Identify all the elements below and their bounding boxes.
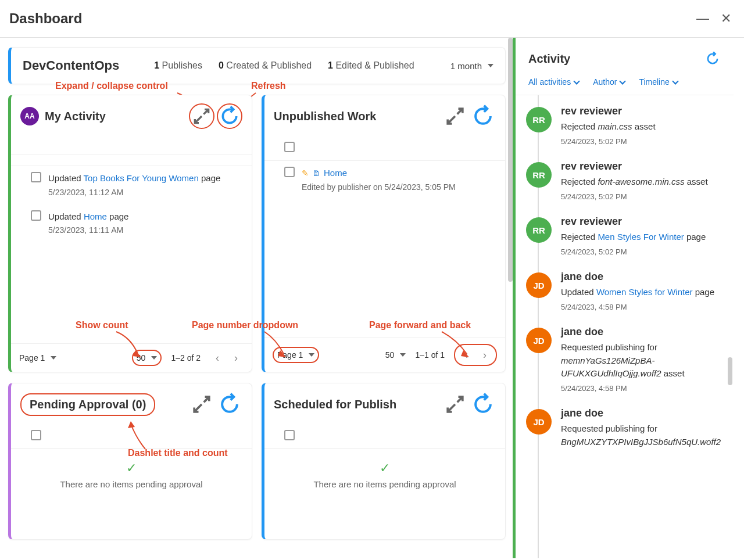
feed-item: JDjane doeRequested publishing for BngMU… [526, 397, 723, 452]
site-name: DevContentOps [23, 58, 119, 73]
right-scrollbar[interactable] [728, 357, 732, 385]
feed-item: JDjane doeRequested publishing for memnY… [526, 316, 723, 397]
chevron-down-icon [400, 353, 406, 357]
checkbox[interactable] [284, 167, 295, 177]
checkbox[interactable] [31, 172, 41, 182]
refresh-button[interactable] [217, 392, 242, 417]
activity-panel-title: Activity [528, 52, 570, 66]
check-icon: ✓ [264, 461, 505, 476]
page-dropdown[interactable]: Page 1 [19, 353, 56, 362]
refresh-button[interactable] [470, 392, 496, 417]
expand-icon [442, 392, 468, 417]
feed-user-name: rev reviewer [561, 103, 723, 119]
range-text: 1–2 of 2 [171, 353, 201, 362]
feed-item: JDjane doeUpdated Women Styles for Winte… [526, 261, 723, 316]
filter-author[interactable]: Author [593, 77, 625, 87]
empty-message: There are no items pending approval [11, 479, 252, 489]
activity-item[interactable]: Updated Top Books For Young Women page 5… [11, 166, 252, 204]
item-link[interactable]: Home [324, 167, 347, 180]
feed-user-name: jane doe [561, 269, 723, 285]
dashlet-pending: Pending Approval (0) ✓ The [8, 383, 252, 540]
refresh-icon [470, 392, 496, 417]
minimize-button[interactable]: — [696, 11, 709, 26]
feed-text: Rejected font-awesome.min.css asset [561, 175, 723, 189]
per-page-dropdown[interactable]: 50 [385, 350, 406, 360]
next-page-button[interactable]: › [228, 350, 244, 365]
avatar: RR [526, 162, 552, 188]
filter-all-activities[interactable]: All activities [528, 77, 579, 87]
select-all-checkbox[interactable] [284, 142, 295, 152]
chevron-down-icon [672, 78, 678, 84]
prev-page-button[interactable]: ‹ [459, 347, 474, 362]
item-link[interactable]: Home [84, 211, 107, 221]
feed-text: Requested publishing for memnYaGs126MiZp… [561, 341, 723, 380]
feed-user-name: jane doe [561, 324, 723, 340]
stats-range-dropdown[interactable]: 1 month [450, 61, 493, 71]
chevron-down-icon [488, 64, 493, 67]
per-page-dropdown[interactable]: 50 [132, 350, 162, 366]
feed-timestamp: 5/24/2023, 4:58 PM [561, 301, 723, 313]
chevron-down-icon [620, 78, 626, 84]
expand-icon [189, 392, 214, 417]
feed-link[interactable]: Men Styles For Winter [598, 232, 684, 242]
feed-user-name: rev reviewer [561, 159, 723, 174]
checkbox[interactable] [31, 210, 41, 221]
expand-button[interactable] [442, 392, 468, 417]
chevron-down-icon [573, 78, 580, 84]
feed-link[interactable]: Women Styles for Winter [596, 287, 693, 297]
site-stats-bar: DevContentOps 1 Publishes 0 Created & Pu… [8, 47, 506, 84]
page-title: Dashboard [9, 10, 82, 27]
refresh-icon [470, 103, 496, 129]
window-header: Dashboard — ✕ [0, 0, 744, 38]
dashlet-title: My Activity [45, 110, 187, 123]
dashlet-unpublished: Unpublished Work [262, 95, 506, 372]
empty-message: There are no items pending approval [264, 479, 505, 489]
expand-button[interactable] [189, 103, 214, 129]
feed-user-name: jane doe [561, 405, 723, 421]
avatar: AA [20, 107, 39, 125]
expand-icon [442, 103, 468, 129]
unpublished-item[interactable]: ✎ 🗎 Home Edited by publisher on 5/24/202… [264, 161, 505, 199]
refresh-button[interactable] [470, 103, 496, 129]
refresh-button[interactable] [217, 103, 242, 129]
expand-button[interactable] [442, 103, 468, 129]
range-text: 1–1 of 1 [415, 350, 445, 360]
avatar: JD [526, 409, 552, 435]
feed-user-name: rev reviewer [561, 214, 723, 229]
expand-icon [190, 105, 213, 128]
dashlet-title: Scheduled for Publish [274, 398, 440, 411]
dashlet-title: Pending Approval (0) [30, 398, 146, 411]
item-link[interactable]: Top Books For Young Women [84, 173, 199, 183]
feed-item: RRrev reviewerRejected Men Styles For Wi… [526, 206, 723, 261]
select-all-checkbox[interactable] [284, 430, 295, 440]
feed-timestamp: 5/24/2023, 5:02 PM [561, 191, 723, 203]
item-timestamp: 5/23/2023, 11:12 AM [48, 186, 242, 199]
refresh-icon [217, 392, 242, 417]
filter-timeline[interactable]: Timeline [639, 77, 677, 87]
avatar: JD [526, 272, 552, 298]
activity-refresh-button[interactable] [704, 51, 721, 67]
stat-edited: 1 Edited & Published [328, 60, 414, 71]
select-all-checkbox[interactable] [31, 430, 41, 440]
refresh-icon [704, 51, 721, 67]
activity-item[interactable]: Updated Home page 5/23/2023, 11:11 AM [11, 204, 252, 243]
item-timestamp: 5/23/2023, 11:11 AM [48, 224, 242, 236]
dashlet-my-activity: AA My Activity Updated Top Books [8, 95, 252, 372]
feed-timestamp: 5/24/2023, 5:02 PM [561, 246, 723, 258]
edit-icon: ✎ [302, 167, 309, 180]
feed-text: Rejected main.css asset [561, 120, 723, 134]
item-meta: Edited by publisher on 5/24/2023, 5:05 P… [302, 181, 496, 193]
feed-text: Rejected Men Styles For Winter page [561, 231, 723, 244]
prev-page-button[interactable]: ‹ [210, 350, 225, 365]
chevron-down-icon [151, 356, 157, 360]
left-scrollbar[interactable] [508, 38, 513, 282]
close-button[interactable]: ✕ [721, 11, 731, 26]
next-page-button[interactable]: › [477, 347, 492, 362]
expand-button[interactable] [189, 392, 214, 417]
stat-publishes: 1 Publishes [154, 60, 202, 71]
feed-item: RRrev reviewerRejected main.css asset5/2… [526, 95, 723, 150]
feed-text: Updated Women Styles for Winter page [561, 286, 723, 299]
check-icon: ✓ [11, 461, 252, 476]
page-dropdown[interactable]: Page 1 [273, 347, 319, 363]
refresh-icon [218, 105, 241, 128]
